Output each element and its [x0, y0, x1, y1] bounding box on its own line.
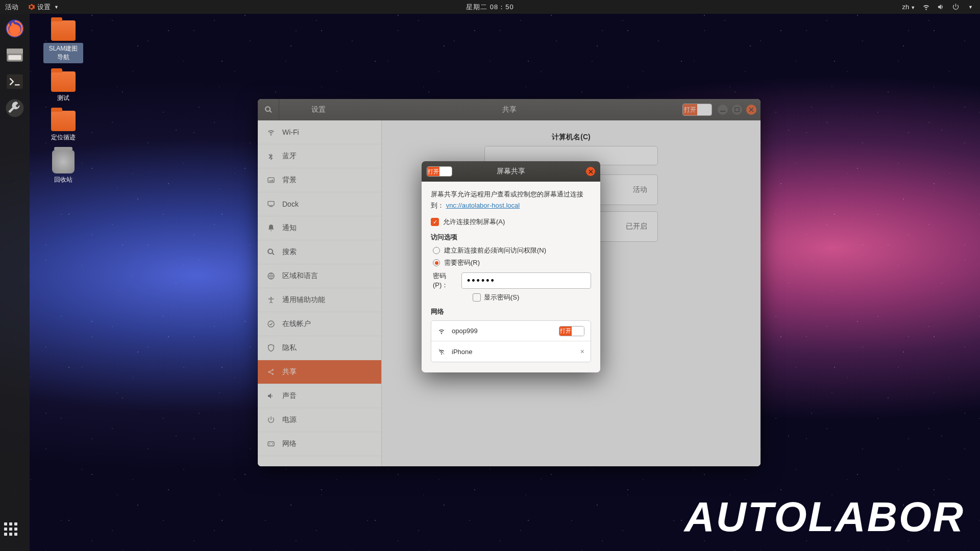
- dialog-description: 屏幕共享允许远程用户查看或控制您的屏幕通过连接到： vnc://autolabo…: [431, 189, 591, 211]
- network-switch[interactable]: 打开: [559, 326, 584, 336]
- allow-control-checkbox[interactable]: ✓: [431, 218, 439, 226]
- radio-ask-permission[interactable]: [433, 247, 440, 254]
- dialog-title: 屏幕共享: [497, 167, 525, 176]
- dialog-titlebar: 打开 屏幕共享: [422, 161, 600, 182]
- desktop-icon-trash[interactable]: 回收站: [43, 150, 83, 184]
- settings-icon: [28, 3, 35, 11]
- show-applications-button[interactable]: [4, 522, 26, 544]
- system-menu-chevron-icon[interactable]: ▼: [968, 5, 973, 10]
- password-label: 密码(P)：: [433, 271, 456, 290]
- network-list: opop999打开iPhone×: [431, 320, 591, 362]
- desktop-icon-test[interactable]: 测试: [43, 71, 83, 103]
- dock-utility[interactable]: [3, 96, 27, 120]
- power-icon[interactable]: [952, 3, 960, 11]
- wifi-icon: [437, 328, 446, 335]
- clock[interactable]: 星期二 08：50: [466, 3, 514, 12]
- access-options-header: 访问选项: [431, 233, 591, 242]
- activities-button[interactable]: 活动: [5, 3, 18, 12]
- radio-password-label: 需要密码(R): [444, 258, 480, 267]
- top-bar: 活动 设置 ▼ 星期二 08：50 zh▼ ▼: [0, 0, 980, 14]
- dialog-master-switch[interactable]: 打开: [427, 166, 452, 177]
- desktop-icon-slam[interactable]: SLAM建图导航: [43, 20, 83, 63]
- network-remove-button[interactable]: ×: [580, 347, 584, 356]
- network-header: 网络: [431, 307, 591, 316]
- dialog-close-button[interactable]: [586, 167, 595, 176]
- svg-rect-4: [7, 74, 23, 89]
- show-password-checkbox[interactable]: [473, 293, 481, 302]
- files-icon: [5, 45, 24, 65]
- dock-files[interactable]: [3, 43, 27, 67]
- screen-sharing-dialog: 打开 屏幕共享 屏幕共享允许远程用户查看或控制您的屏幕通过连接到： vnc://…: [422, 161, 600, 372]
- network-row-0[interactable]: opop999打开: [431, 321, 591, 341]
- desktop-icons: SLAM建图导航 测试 定位循迹 回收站: [43, 20, 83, 184]
- app-menu[interactable]: 设置 ▼: [28, 3, 59, 12]
- network-row-1[interactable]: iPhone×: [431, 341, 591, 362]
- password-input[interactable]: [461, 272, 591, 289]
- terminal-icon: [5, 72, 24, 91]
- close-icon: [589, 169, 593, 174]
- firefox-icon: [5, 19, 24, 38]
- dock-terminal[interactable]: [3, 70, 27, 93]
- dock-firefox[interactable]: [3, 17, 27, 40]
- allow-control-label: 允许连接控制屏幕(A): [443, 217, 505, 227]
- wifi-icon: [437, 348, 446, 355]
- dock: [0, 14, 30, 551]
- wallpaper-watermark: AUTOLABOR: [684, 493, 965, 541]
- svg-rect-2: [7, 48, 23, 54]
- chevron-down-icon: ▼: [54, 5, 59, 10]
- show-password-label: 显示密码(S): [484, 293, 519, 302]
- radio-require-password[interactable]: [433, 259, 440, 266]
- volume-icon[interactable]: [937, 3, 945, 11]
- svg-rect-3: [8, 55, 21, 60]
- wrench-icon: [5, 98, 24, 118]
- wifi-icon[interactable]: [922, 3, 930, 11]
- desktop-icon-locate[interactable]: 定位循迹: [43, 111, 83, 142]
- radio-ask-label: 建立新连接前必须询问访问权限(N): [444, 246, 546, 255]
- input-method-indicator[interactable]: zh▼: [902, 3, 915, 11]
- app-menu-label: 设置: [37, 3, 51, 12]
- vnc-link[interactable]: vnc://autolabor-host.local: [446, 202, 520, 209]
